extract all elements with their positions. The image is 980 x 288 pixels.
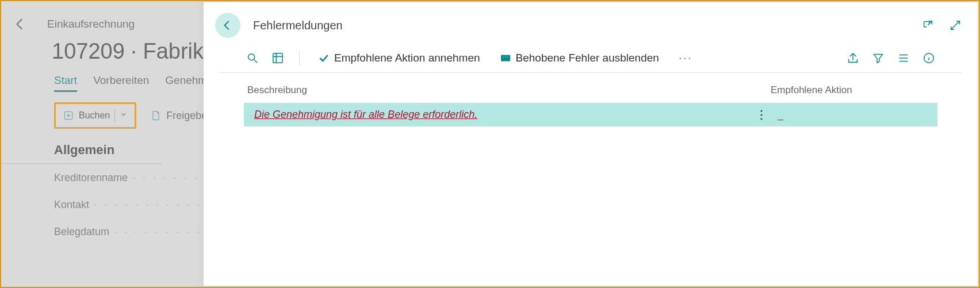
more-actions[interactable]: ··· bbox=[673, 51, 698, 66]
panel-toolbar: Empfohlene Aktion annehmen Behobene Fehl… bbox=[220, 45, 962, 73]
field-label: Kontakt bbox=[54, 199, 89, 211]
svg-point-8 bbox=[760, 110, 762, 112]
info-icon[interactable] bbox=[920, 49, 937, 67]
svg-point-10 bbox=[760, 118, 762, 120]
errors-table: Beschreibung Empfohlene Aktion Die Geneh… bbox=[220, 73, 962, 126]
list-view-icon[interactable] bbox=[895, 49, 912, 67]
popout-icon[interactable] bbox=[921, 19, 934, 32]
error-messages-panel: Fehlermeldungen Empfohlene Aktion annehm… bbox=[204, 2, 978, 286]
hide-label: Behobene Fehler ausblenden bbox=[516, 52, 659, 64]
column-description[interactable]: Beschreibung bbox=[247, 85, 771, 96]
breadcrumb: Einkaufsrechnung bbox=[47, 18, 135, 30]
back-button[interactable] bbox=[215, 13, 240, 38]
divider bbox=[114, 109, 115, 122]
filter-icon[interactable] bbox=[870, 49, 887, 67]
table-row[interactable]: Die Genehmigung ist für alle Belege erfo… bbox=[244, 103, 937, 126]
svg-point-5 bbox=[505, 56, 506, 57]
svg-point-6 bbox=[507, 56, 508, 57]
tab-start[interactable]: Start bbox=[54, 74, 77, 92]
row-menu-icon[interactable] bbox=[750, 110, 773, 120]
hide-resolved-errors-button[interactable]: Behobene Fehler ausblenden bbox=[494, 49, 665, 67]
chevron-down-icon[interactable] bbox=[120, 110, 128, 121]
field-label: Kreditorenname bbox=[54, 172, 128, 184]
back-button-bg[interactable] bbox=[8, 11, 33, 37]
expand-icon[interactable] bbox=[949, 19, 962, 32]
field-label: Belegdatum bbox=[54, 226, 109, 238]
row-recommended-action: _ bbox=[773, 109, 934, 121]
section-allgemein: Allgemein bbox=[1, 138, 162, 164]
tab-vorbereiten[interactable]: Vorbereiten bbox=[93, 74, 149, 92]
separator bbox=[299, 51, 300, 66]
svg-point-4 bbox=[503, 56, 504, 57]
share-icon[interactable] bbox=[844, 49, 862, 67]
panel-title: Fehlermeldungen bbox=[253, 19, 343, 32]
svg-rect-2 bbox=[273, 53, 283, 63]
svg-rect-3 bbox=[501, 55, 510, 61]
tab-genehm[interactable]: Genehm bbox=[165, 74, 207, 92]
accept-recommended-action-button[interactable]: Empfohlene Aktion annehmen bbox=[312, 49, 486, 67]
post-button-label: Buchen bbox=[79, 110, 110, 121]
search-icon[interactable] bbox=[244, 49, 261, 67]
column-recommended-action[interactable]: Empfohlene Aktion bbox=[771, 85, 934, 96]
error-description-link[interactable]: Die Genehmigung ist für alle Belege erfo… bbox=[254, 109, 477, 121]
svg-point-9 bbox=[760, 114, 762, 116]
edit-list-icon[interactable] bbox=[269, 49, 286, 67]
accept-label: Empfohlene Aktion annehmen bbox=[334, 52, 480, 64]
svg-point-1 bbox=[248, 54, 255, 60]
post-button-highlighted[interactable]: Buchen bbox=[54, 102, 136, 129]
